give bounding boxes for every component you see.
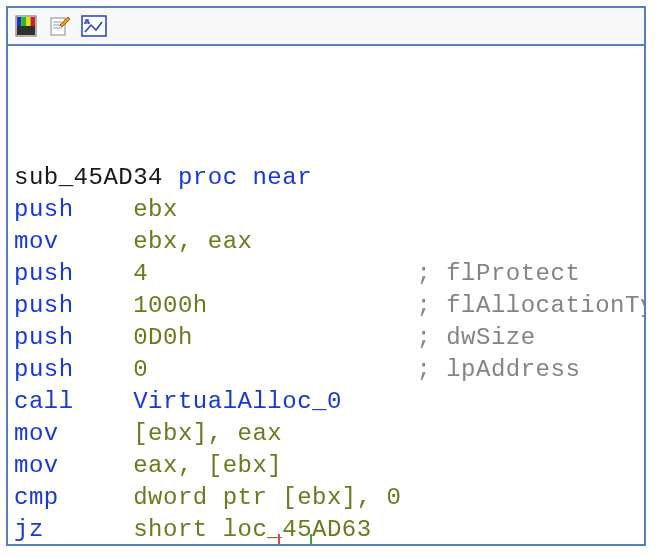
mnemonic: mov	[14, 452, 133, 479]
comment: ; lpAddress	[416, 356, 580, 383]
svg-rect-5	[17, 26, 35, 35]
disassembly-listing[interactable]: sub_45AD34 proc near push ebxmov ebx, ea…	[8, 46, 644, 546]
svg-rect-11	[82, 16, 106, 36]
asm-line: push 4 ; flProtect	[14, 258, 638, 290]
operands: 1000h	[133, 292, 416, 319]
operands: ebx	[133, 196, 178, 223]
asm-line: jz short loc_45AD63	[14, 514, 638, 546]
operands: ebx, eax	[133, 228, 252, 255]
asm-line: push ebx	[14, 194, 638, 226]
mnemonic: push	[14, 356, 133, 383]
svg-rect-2	[22, 17, 27, 26]
edit-note-icon[interactable]	[46, 12, 74, 40]
palette-icon[interactable]	[12, 12, 40, 40]
mnemonic: push	[14, 260, 133, 287]
mnemonic: call	[14, 388, 133, 415]
comment: ; flAllocationType	[416, 292, 646, 319]
operands: 0	[133, 356, 416, 383]
mnemonic: push	[14, 324, 133, 351]
operands: 0D0h	[133, 324, 416, 351]
operands: VirtualAlloc_0	[133, 388, 342, 415]
comment: ; flProtect	[416, 260, 580, 287]
mnemonic: mov	[14, 228, 133, 255]
operands: 4	[133, 260, 416, 287]
asm-line: call VirtualAlloc_0	[14, 386, 638, 418]
svg-rect-3	[26, 17, 31, 26]
mnemonic: cmp	[14, 484, 133, 511]
mnemonic: jz	[14, 516, 133, 543]
operands: [ebx], eax	[133, 420, 282, 447]
proc-header: sub_45AD34 proc near	[14, 162, 638, 194]
svg-rect-1	[17, 17, 22, 26]
operands: short loc_45AD63	[133, 516, 371, 543]
comment: ; dwSize	[416, 324, 535, 351]
operands: dword ptr [ebx], 0	[133, 484, 401, 511]
asm-line: push 0D0h ; dwSize	[14, 322, 638, 354]
mnemonic: mov	[14, 420, 133, 447]
graph-icon[interactable]	[80, 12, 108, 40]
disassembly-node-window: sub_45AD34 proc near push ebxmov ebx, ea…	[6, 6, 646, 546]
asm-line: mov eax, [ebx]	[14, 450, 638, 482]
asm-line: cmp dword ptr [ebx], 0	[14, 482, 638, 514]
asm-line: mov ebx, eax	[14, 226, 638, 258]
asm-line: push 1000h ; flAllocationType	[14, 290, 638, 322]
asm-line: mov [ebx], eax	[14, 418, 638, 450]
mnemonic: push	[14, 292, 133, 319]
mnemonic: push	[14, 196, 133, 223]
asm-line: push 0 ; lpAddress	[14, 354, 638, 386]
node-toolbar	[8, 8, 644, 46]
svg-rect-4	[31, 17, 36, 26]
blank-area	[14, 50, 638, 162]
operands: eax, [ebx]	[133, 452, 282, 479]
